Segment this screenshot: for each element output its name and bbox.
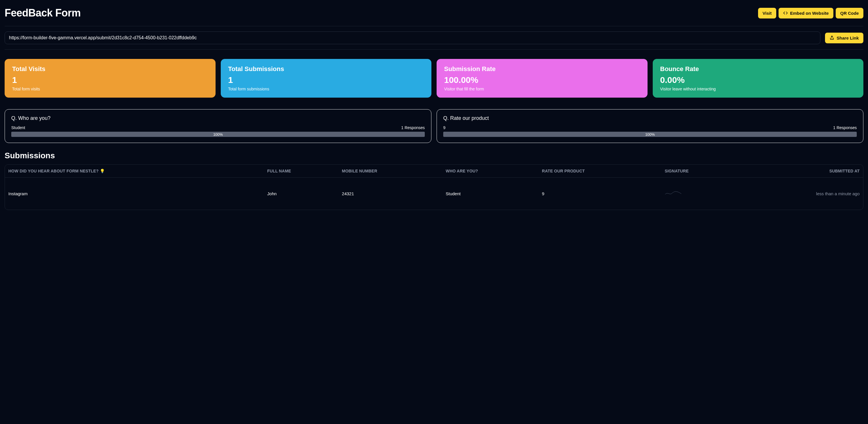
- cell-full-name: John: [264, 178, 339, 210]
- cell-rate: 9: [539, 178, 662, 210]
- cell-heard-about: Instagram: [5, 178, 264, 210]
- cell-who-are-you: Student: [443, 178, 539, 210]
- cell-signature: [662, 178, 737, 210]
- response-answer-label: 9: [443, 125, 445, 130]
- code-icon: [783, 11, 788, 15]
- share-url-input[interactable]: [5, 31, 820, 44]
- share-row: Share Link: [5, 26, 863, 49]
- qr-code-button[interactable]: QR Code: [836, 8, 863, 19]
- page-title: FeedBack Form: [5, 7, 81, 19]
- visit-button-label: Visit: [763, 11, 772, 16]
- stat-card-submission-rate: Submission Rate 100.00% Visitor that fil…: [437, 59, 648, 97]
- stat-value: 100.00%: [444, 75, 640, 85]
- response-answer-label: Student: [11, 125, 25, 130]
- col-rate: RATE OUR PRODUCT: [539, 165, 662, 178]
- cell-mobile: 24321: [339, 178, 443, 210]
- questions-row: Q. Who are you? Student 1 Responses 100%…: [5, 105, 863, 146]
- visit-button[interactable]: Visit: [758, 8, 776, 19]
- response-percent-label: 100%: [645, 132, 655, 137]
- col-submitted-at: SUBMITTED AT: [737, 165, 863, 178]
- col-heard-about: HOW DID YOU HEAR ABOUT FORM NESTLE? 💡: [5, 165, 264, 178]
- response-bar-fill: 100%: [443, 132, 857, 137]
- col-mobile: MOBILE NUMBER: [339, 165, 443, 178]
- embed-button[interactable]: Embed on Website: [779, 8, 833, 19]
- stat-value: 0.00%: [660, 75, 856, 85]
- submissions-table: HOW DID YOU HEAR ABOUT FORM NESTLE? 💡 FU…: [5, 165, 863, 210]
- header-actions: Visit Embed on Website QR Code: [758, 8, 864, 19]
- response-percent-label: 100%: [213, 132, 223, 137]
- stat-title: Total Visits: [12, 65, 208, 73]
- table-row: Instagram John 24321 Student 9 less than…: [5, 178, 863, 210]
- stat-title: Bounce Rate: [660, 65, 856, 73]
- signature-icon: [664, 190, 682, 196]
- submissions-table-wrap: HOW DID YOU HEAR ABOUT FORM NESTLE? 💡 FU…: [5, 164, 863, 210]
- stat-desc: Visitor leave without interacting: [660, 87, 856, 91]
- response-bar: 100%: [443, 132, 857, 137]
- stat-card-total-submissions: Total Submissions 1 Total form submissio…: [221, 59, 432, 97]
- stat-card-total-visits: Total Visits 1 Total form visits: [5, 59, 216, 97]
- page-header: FeedBack Form Visit Embed on Website QR …: [5, 5, 863, 26]
- table-header-row: HOW DID YOU HEAR ABOUT FORM NESTLE? 💡 FU…: [5, 165, 863, 178]
- stat-value: 1: [228, 75, 424, 85]
- stat-desc: Total form visits: [12, 87, 208, 91]
- stat-title: Submission Rate: [444, 65, 640, 73]
- submissions-heading: Submissions: [5, 151, 863, 160]
- col-full-name: FULL NAME: [264, 165, 339, 178]
- response-bar: 100%: [11, 132, 425, 137]
- cell-submitted-at: less than a minute ago: [737, 178, 863, 210]
- stat-card-bounce-rate: Bounce Rate 0.00% Visitor leave without …: [653, 59, 864, 97]
- qr-code-button-label: QR Code: [840, 11, 859, 16]
- question-title: Q. Rate our product: [443, 115, 857, 121]
- share-icon: [830, 35, 834, 40]
- stat-value: 1: [12, 75, 208, 85]
- stat-desc: Visitor that fill the form: [444, 87, 640, 91]
- embed-button-label: Embed on Website: [790, 11, 829, 16]
- stat-desc: Total form submissions: [228, 87, 424, 91]
- question-card: Q. Rate our product 9 1 Responses 100%: [437, 109, 863, 143]
- stats-row: Total Visits 1 Total form visits Total S…: [5, 50, 863, 105]
- stat-title: Total Submissions: [228, 65, 424, 73]
- col-who-are-you: WHO ARE YOU?: [443, 165, 539, 178]
- question-card: Q. Who are you? Student 1 Responses 100%: [5, 109, 431, 143]
- response-count-label: 1 Responses: [833, 125, 857, 130]
- response-count-label: 1 Responses: [401, 125, 425, 130]
- share-link-button[interactable]: Share Link: [825, 33, 863, 43]
- share-link-button-label: Share Link: [837, 35, 859, 40]
- question-title: Q. Who are you?: [11, 115, 425, 121]
- response-row: Student 1 Responses: [11, 125, 425, 130]
- col-signature: SIGNATURE: [662, 165, 737, 178]
- response-bar-fill: 100%: [11, 132, 425, 137]
- response-row: 9 1 Responses: [443, 125, 857, 130]
